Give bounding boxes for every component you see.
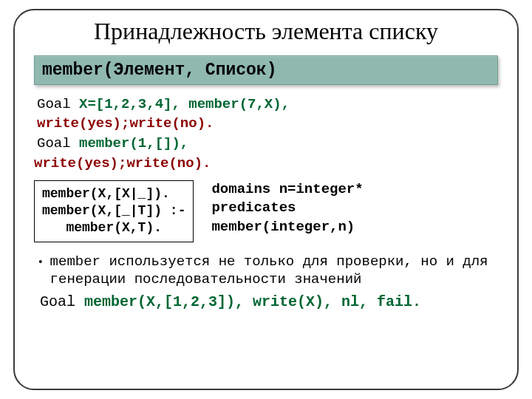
ex2-call: member(1,[]), xyxy=(79,135,188,151)
code-definition-box: member(X,[X|_]). member(X,[_|T]) :- memb… xyxy=(34,180,194,242)
banner-text: member(Элемент, Список) xyxy=(42,61,276,80)
ex1-prefix: Goal xyxy=(37,96,79,112)
ex2-prefix: Goal xyxy=(37,135,79,151)
banner-box: member(Элемент, Список) xyxy=(34,55,498,85)
bullet-text: member используется не только для провер… xyxy=(50,253,498,289)
example1-line2: write(yes);write(no). xyxy=(37,115,498,133)
two-column-row: member(X,[X|_]). member(X,[_|T]) :- memb… xyxy=(34,180,498,242)
goal-last-call: member(X,[1,2,3]), write(X), nl, fail. xyxy=(84,293,421,310)
bullet-marker: • xyxy=(38,253,43,270)
domains-l3: member(integer,n) xyxy=(211,218,363,237)
ex1-call: X=[1,2,3,4], member(7,X), xyxy=(79,96,290,112)
goal-last-prefix: Goal xyxy=(40,293,84,310)
domains-block: domains n=integer* predicates member(int… xyxy=(211,180,363,237)
bullet-item: • member используется не только для пров… xyxy=(38,253,498,289)
domains-l2: predicates xyxy=(211,199,363,218)
slide-title: Принадлежность элемента списку xyxy=(34,18,498,45)
domains-l1: domains n=integer* xyxy=(211,180,363,200)
goal-last-line: Goal member(X,[1,2,3]), write(X), nl, fa… xyxy=(40,293,498,310)
example2-line2: write(yes);write(no). xyxy=(34,154,498,173)
example2-line1: Goal member(1,[]), xyxy=(37,134,498,153)
example1-line1: Goal X=[1,2,3,4], member(7,X), xyxy=(37,95,498,114)
slide-frame: Принадлежность элемента списку member(Эл… xyxy=(13,9,519,390)
